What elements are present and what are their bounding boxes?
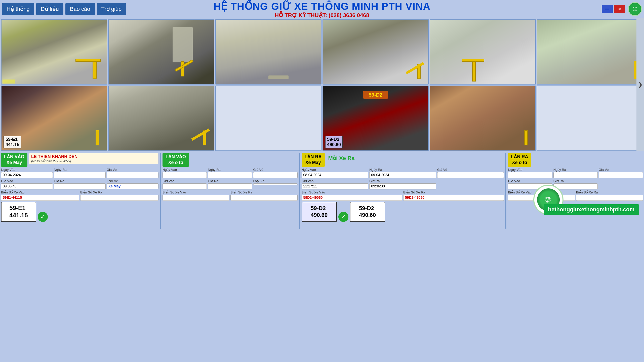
field-gio-vao-x1: Giờ Vào 21:17:11 — [302, 179, 369, 189]
field-gia-ve-e2: Giá Vé — [253, 168, 297, 178]
field-gio-ra-e1: Giờ Ra — [54, 179, 106, 189]
close-button[interactable]: ✕ — [614, 5, 625, 13]
lane-entry-2-fields-mid: Giờ Vào Giờ Ra Loại Vé — [163, 179, 298, 189]
lane-exit-1-fields-mid: Giờ Vào 21:17:11 Giờ Ra 09:36:30 — [302, 179, 504, 189]
camera-1[interactable] — [1, 19, 107, 85]
field-bien-so-vao-x1: Biển Số Xe Vào 59D2-49060 — [302, 190, 402, 201]
lane-exit-2-fields-mid: Giờ Vào Giờ Ra — [508, 179, 643, 189]
field-gio-ra-x2: Giờ Ra — [553, 179, 598, 189]
field-gia-ve-x2: Giá Vé — [599, 168, 643, 178]
lane-exit-2-header: LÀN RA Xe ô tô — [508, 153, 643, 167]
field-bien-so-ra-e2: Biển Số Xe Ra — [230, 190, 297, 201]
divider-2 — [299, 153, 300, 229]
field-ngay-vao-x2: Ngày Vào — [508, 168, 552, 178]
field-ngay-ra-x1: Ngày Ra 09-04-2024 — [369, 168, 436, 178]
lane-entry-1-badge: LÀN VÀO Xe Máy — [1, 153, 27, 167]
driver-name: LE THIEN KHANH DEN — [31, 154, 156, 159]
divider-1 — [160, 153, 161, 229]
field-gio-vao-e2: Giờ Vào — [163, 179, 207, 189]
field-ngay-ra-e1: Ngày Ra — [54, 168, 106, 178]
lane-entry-1-fields-bot: Biển Số Xe Vào 59E1-44115 Biển Số Xe Ra — [1, 190, 158, 201]
bottom-panel: LÀN VÀO Xe Máy LE THIEN KHANH DEN (Ngày … — [0, 152, 644, 230]
lane-entry-1-fields-top: Ngày Vào 09-04-2024 Ngày Ra Giá Vé — [1, 168, 158, 178]
field-bien-so-ra-x1: Biển Số Xe Ra 59D2-49060 — [403, 190, 504, 201]
field-gio-ra-x1: Giờ Ra 09:36:30 — [369, 179, 436, 189]
camera-9[interactable] — [215, 86, 321, 151]
camera-2[interactable] — [108, 19, 214, 85]
minimize-button[interactable]: — — [602, 5, 613, 13]
field-bien-so-ra-e1: Biển Số Xe Ra — [80, 190, 158, 201]
scroll-arrow[interactable]: ❯ — [638, 81, 643, 88]
lane-entry-1-header: LÀN VÀO Xe Máy LE THIEN KHANH DEN (Ngày … — [1, 153, 158, 167]
lane-entry-1: LÀN VÀO Xe Máy LE THIEN KHANH DEN (Ngày … — [1, 153, 158, 229]
field-ngay-vao-x1: Ngày Vào 08-04-2024 — [302, 168, 369, 178]
camera-4[interactable] — [323, 19, 429, 85]
lane-exit-1-fields-bot: Biển Số Xe Vào 59D2-49060 Biển Số Xe Ra … — [302, 190, 504, 201]
lane-entry-1-bottom: 59-E1441.15 ✓ — [1, 202, 158, 222]
lane-exit-1-badge: LÀN RA Xe Máy — [302, 153, 325, 167]
field-bien-so-ra-x2: Biển Số Xe Ra — [576, 190, 643, 201]
field-gia-ve-x1: Giá Vé — [437, 168, 504, 178]
field-gio-vao-e1: Giờ Vào 09:36:48 — [1, 179, 53, 189]
topbar: Hệ thống Dữ liệu Báo cáo Trợ giúp HỆ THỐ… — [0, 0, 644, 18]
check-exit-1: ✓ — [338, 212, 348, 222]
camera-5[interactable] — [430, 19, 536, 85]
check-entry-1: ✓ — [38, 212, 48, 222]
field-loai-ve-e2: Loại Vé — [253, 179, 297, 189]
svg-text:VINA: VINA — [633, 9, 637, 11]
menu-he-thong[interactable]: Hệ thống — [2, 3, 34, 15]
lane-exit-2: LÀN RA Xe ô tô Ngày Vào Ngày Ra Giá Vé G… — [508, 153, 643, 229]
menu-tro-giup[interactable]: Trợ giúp — [97, 3, 126, 15]
menu-du-lieu[interactable]: Dữ liệu — [36, 3, 63, 15]
lane-exit-2-badge: LÀN RA Xe ô tô — [508, 153, 531, 167]
camera-6[interactable] — [537, 19, 643, 85]
lane-entry-1-fields-mid: Giờ Vào 09:36:48 Giờ Ra Loại Vé Xe Máy — [1, 179, 158, 189]
lane-exit-2-fields-bot: Biển Số Xe Vào Biển Số Xe Ra — [508, 190, 643, 201]
svg-text:PTH: PTH — [633, 7, 637, 8]
field-gio-ra-e2: Giờ Ra — [208, 179, 252, 189]
plate-exit-out: 59-D2490.60 — [350, 202, 385, 222]
field-ngay-vao-e2: Ngày Vào — [163, 168, 207, 178]
menu-bao-cao[interactable]: Báo cáo — [65, 3, 95, 15]
field-ngay-ra-x2: Ngày Ra — [553, 168, 598, 178]
lane-exit-2-fields-top: Ngày Vào Ngày Ra Giá Vé — [508, 168, 643, 178]
camera-7[interactable]: 59-E1441.15 — [1, 86, 107, 151]
window-controls: — ✕ PTH VINA — [602, 2, 642, 16]
lane-entry-2-badge: LÀN VÀO Xe ô tô — [163, 153, 189, 167]
field-gia-ve-e1: Giá Vé — [107, 168, 158, 178]
camera-10[interactable]: 59-D2 59-D2490.60 — [323, 86, 429, 151]
scroll-panel[interactable]: ❯ — [636, 18, 644, 151]
title-area: HỆ THỐNG GIỮ XE THÔNG MINH PTH VINA HỖ T… — [214, 1, 431, 19]
divider-3 — [505, 153, 506, 229]
subtitle: HỖ TRỢ KỸ THUẬT: (028) 3636 0468 — [214, 12, 431, 19]
lane-entry-2-header: LÀN VÀO Xe ô tô — [163, 153, 298, 167]
lane-entry-2: LÀN VÀO Xe ô tô Ngày Vào Ngày Ra Giá Vé … — [163, 153, 298, 229]
plate-exit-in: 59-D2490.60 — [302, 202, 337, 222]
lane-entry-1-info: LE THIEN KHANH DEN (Ngày hết hạn 27-02-2… — [29, 153, 158, 164]
pth-logo-top: PTH VINA — [628, 2, 642, 16]
field-bien-so-vao-e2: Biển Số Xe Vào — [163, 190, 229, 201]
camera-11[interactable] — [430, 86, 536, 151]
lane-exit-1-bottom: 59-D2490.60 ✓ 59-D2490.60 — [302, 202, 504, 222]
camera-grid: 59-E1441.15 59-D2 59-D2490.60 — [0, 18, 644, 152]
website-label: hethonggiuxethongminhpth.com — [544, 204, 639, 215]
lane-entry-2-fields-bot: Biển Số Xe Vào Biển Số Xe Ra — [163, 190, 298, 201]
main-title: HỆ THỐNG GIỮ XE THÔNG MINH PTH VINA — [214, 1, 431, 12]
field-ngay-vao-e1: Ngày Vào 09-04-2024 — [1, 168, 53, 178]
driver-expire: (Ngày hết hạn 27-02-2055) — [31, 159, 156, 163]
lane-entry-2-fields-top: Ngày Vào Ngày Ra Giá Vé — [163, 168, 298, 178]
field-bien-so-vao-e1: Biển Số Xe Vào 59E1-44115 — [1, 190, 79, 201]
field-loai-ve-e1: Loại Vé Xe Máy — [107, 179, 158, 189]
camera-12[interactable] — [537, 86, 643, 151]
lane-exit-1-header: LÀN RA Xe Máy Mời Xe Ra — [302, 153, 504, 167]
field-ngay-ra-e2: Ngày Ra — [208, 168, 252, 178]
plate-entry-1: 59-E1441.15 — [1, 202, 36, 222]
moi-xe-ra: Mời Xe Ra — [326, 153, 357, 164]
lane-exit-1: LÀN RA Xe Máy Mời Xe Ra Ngày Vào 08-04-2… — [302, 153, 504, 229]
lane-exit-1-fields-top: Ngày Vào 08-04-2024 Ngày Ra 09-04-2024 G… — [302, 168, 504, 178]
svg-point-0 — [630, 5, 639, 14]
camera-8[interactable] — [108, 86, 214, 151]
camera-3[interactable] — [215, 19, 321, 85]
